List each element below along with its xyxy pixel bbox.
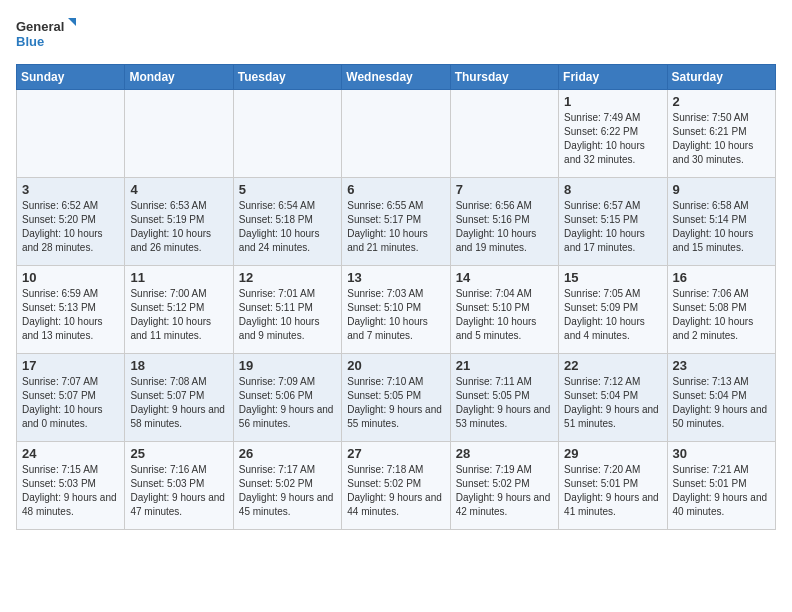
day-number: 4 bbox=[130, 182, 227, 197]
day-info: Sunrise: 7:17 AMSunset: 5:02 PMDaylight:… bbox=[239, 463, 336, 519]
svg-text:Blue: Blue bbox=[16, 34, 44, 49]
day-info: Sunrise: 6:54 AMSunset: 5:18 PMDaylight:… bbox=[239, 199, 336, 255]
calendar-cell: 13Sunrise: 7:03 AMSunset: 5:10 PMDayligh… bbox=[342, 266, 450, 354]
calendar-cell: 7Sunrise: 6:56 AMSunset: 5:16 PMDaylight… bbox=[450, 178, 558, 266]
day-number: 15 bbox=[564, 270, 661, 285]
calendar-cell: 22Sunrise: 7:12 AMSunset: 5:04 PMDayligh… bbox=[559, 354, 667, 442]
day-info: Sunrise: 7:18 AMSunset: 5:02 PMDaylight:… bbox=[347, 463, 444, 519]
svg-text:General: General bbox=[16, 19, 64, 34]
day-number: 3 bbox=[22, 182, 119, 197]
calendar-cell: 18Sunrise: 7:08 AMSunset: 5:07 PMDayligh… bbox=[125, 354, 233, 442]
day-info: Sunrise: 6:55 AMSunset: 5:17 PMDaylight:… bbox=[347, 199, 444, 255]
day-info: Sunrise: 7:19 AMSunset: 5:02 PMDaylight:… bbox=[456, 463, 553, 519]
weekday-header-tuesday: Tuesday bbox=[233, 65, 341, 90]
calendar-cell: 25Sunrise: 7:16 AMSunset: 5:03 PMDayligh… bbox=[125, 442, 233, 530]
day-number: 9 bbox=[673, 182, 770, 197]
calendar-cell: 15Sunrise: 7:05 AMSunset: 5:09 PMDayligh… bbox=[559, 266, 667, 354]
calendar-cell bbox=[450, 90, 558, 178]
day-info: Sunrise: 6:52 AMSunset: 5:20 PMDaylight:… bbox=[22, 199, 119, 255]
day-info: Sunrise: 7:03 AMSunset: 5:10 PMDaylight:… bbox=[347, 287, 444, 343]
calendar-cell: 16Sunrise: 7:06 AMSunset: 5:08 PMDayligh… bbox=[667, 266, 775, 354]
day-info: Sunrise: 7:01 AMSunset: 5:11 PMDaylight:… bbox=[239, 287, 336, 343]
weekday-header-thursday: Thursday bbox=[450, 65, 558, 90]
calendar-cell: 4Sunrise: 6:53 AMSunset: 5:19 PMDaylight… bbox=[125, 178, 233, 266]
day-info: Sunrise: 7:00 AMSunset: 5:12 PMDaylight:… bbox=[130, 287, 227, 343]
day-number: 8 bbox=[564, 182, 661, 197]
logo-icon: General Blue bbox=[16, 16, 76, 52]
calendar-cell: 17Sunrise: 7:07 AMSunset: 5:07 PMDayligh… bbox=[17, 354, 125, 442]
day-number: 26 bbox=[239, 446, 336, 461]
day-info: Sunrise: 7:05 AMSunset: 5:09 PMDaylight:… bbox=[564, 287, 661, 343]
day-number: 16 bbox=[673, 270, 770, 285]
day-number: 20 bbox=[347, 358, 444, 373]
calendar-cell: 20Sunrise: 7:10 AMSunset: 5:05 PMDayligh… bbox=[342, 354, 450, 442]
day-number: 10 bbox=[22, 270, 119, 285]
day-number: 12 bbox=[239, 270, 336, 285]
day-number: 2 bbox=[673, 94, 770, 109]
day-number: 7 bbox=[456, 182, 553, 197]
page-header: General Blue bbox=[16, 16, 776, 52]
calendar-cell: 28Sunrise: 7:19 AMSunset: 5:02 PMDayligh… bbox=[450, 442, 558, 530]
calendar-week-row: 3Sunrise: 6:52 AMSunset: 5:20 PMDaylight… bbox=[17, 178, 776, 266]
day-info: Sunrise: 6:59 AMSunset: 5:13 PMDaylight:… bbox=[22, 287, 119, 343]
day-info: Sunrise: 6:58 AMSunset: 5:14 PMDaylight:… bbox=[673, 199, 770, 255]
calendar-cell: 27Sunrise: 7:18 AMSunset: 5:02 PMDayligh… bbox=[342, 442, 450, 530]
day-number: 25 bbox=[130, 446, 227, 461]
calendar-cell: 29Sunrise: 7:20 AMSunset: 5:01 PMDayligh… bbox=[559, 442, 667, 530]
calendar-cell: 19Sunrise: 7:09 AMSunset: 5:06 PMDayligh… bbox=[233, 354, 341, 442]
day-info: Sunrise: 6:53 AMSunset: 5:19 PMDaylight:… bbox=[130, 199, 227, 255]
calendar-cell: 11Sunrise: 7:00 AMSunset: 5:12 PMDayligh… bbox=[125, 266, 233, 354]
calendar-cell: 3Sunrise: 6:52 AMSunset: 5:20 PMDaylight… bbox=[17, 178, 125, 266]
calendar-cell bbox=[125, 90, 233, 178]
day-number: 22 bbox=[564, 358, 661, 373]
weekday-header-friday: Friday bbox=[559, 65, 667, 90]
day-number: 27 bbox=[347, 446, 444, 461]
day-number: 18 bbox=[130, 358, 227, 373]
calendar-cell: 14Sunrise: 7:04 AMSunset: 5:10 PMDayligh… bbox=[450, 266, 558, 354]
day-info: Sunrise: 7:10 AMSunset: 5:05 PMDaylight:… bbox=[347, 375, 444, 431]
day-number: 19 bbox=[239, 358, 336, 373]
svg-marker-1 bbox=[68, 18, 76, 26]
calendar-cell: 5Sunrise: 6:54 AMSunset: 5:18 PMDaylight… bbox=[233, 178, 341, 266]
day-info: Sunrise: 7:08 AMSunset: 5:07 PMDaylight:… bbox=[130, 375, 227, 431]
calendar-week-row: 10Sunrise: 6:59 AMSunset: 5:13 PMDayligh… bbox=[17, 266, 776, 354]
weekday-header-sunday: Sunday bbox=[17, 65, 125, 90]
day-info: Sunrise: 6:57 AMSunset: 5:15 PMDaylight:… bbox=[564, 199, 661, 255]
day-number: 30 bbox=[673, 446, 770, 461]
day-info: Sunrise: 7:12 AMSunset: 5:04 PMDaylight:… bbox=[564, 375, 661, 431]
day-number: 13 bbox=[347, 270, 444, 285]
calendar-week-row: 17Sunrise: 7:07 AMSunset: 5:07 PMDayligh… bbox=[17, 354, 776, 442]
calendar-cell: 23Sunrise: 7:13 AMSunset: 5:04 PMDayligh… bbox=[667, 354, 775, 442]
day-info: Sunrise: 7:20 AMSunset: 5:01 PMDaylight:… bbox=[564, 463, 661, 519]
calendar-cell: 6Sunrise: 6:55 AMSunset: 5:17 PMDaylight… bbox=[342, 178, 450, 266]
day-info: Sunrise: 7:04 AMSunset: 5:10 PMDaylight:… bbox=[456, 287, 553, 343]
day-info: Sunrise: 7:07 AMSunset: 5:07 PMDaylight:… bbox=[22, 375, 119, 431]
day-number: 17 bbox=[22, 358, 119, 373]
day-number: 5 bbox=[239, 182, 336, 197]
calendar-cell bbox=[233, 90, 341, 178]
calendar-cell: 30Sunrise: 7:21 AMSunset: 5:01 PMDayligh… bbox=[667, 442, 775, 530]
calendar-cell: 2Sunrise: 7:50 AMSunset: 6:21 PMDaylight… bbox=[667, 90, 775, 178]
day-number: 24 bbox=[22, 446, 119, 461]
day-number: 11 bbox=[130, 270, 227, 285]
day-info: Sunrise: 7:21 AMSunset: 5:01 PMDaylight:… bbox=[673, 463, 770, 519]
calendar-cell: 12Sunrise: 7:01 AMSunset: 5:11 PMDayligh… bbox=[233, 266, 341, 354]
calendar-week-row: 1Sunrise: 7:49 AMSunset: 6:22 PMDaylight… bbox=[17, 90, 776, 178]
day-info: Sunrise: 7:15 AMSunset: 5:03 PMDaylight:… bbox=[22, 463, 119, 519]
day-number: 23 bbox=[673, 358, 770, 373]
day-info: Sunrise: 7:49 AMSunset: 6:22 PMDaylight:… bbox=[564, 111, 661, 167]
calendar-week-row: 24Sunrise: 7:15 AMSunset: 5:03 PMDayligh… bbox=[17, 442, 776, 530]
calendar-cell: 26Sunrise: 7:17 AMSunset: 5:02 PMDayligh… bbox=[233, 442, 341, 530]
calendar-cell: 9Sunrise: 6:58 AMSunset: 5:14 PMDaylight… bbox=[667, 178, 775, 266]
calendar-cell: 21Sunrise: 7:11 AMSunset: 5:05 PMDayligh… bbox=[450, 354, 558, 442]
day-info: Sunrise: 7:16 AMSunset: 5:03 PMDaylight:… bbox=[130, 463, 227, 519]
logo: General Blue bbox=[16, 16, 76, 52]
calendar-cell: 1Sunrise: 7:49 AMSunset: 6:22 PMDaylight… bbox=[559, 90, 667, 178]
day-info: Sunrise: 7:11 AMSunset: 5:05 PMDaylight:… bbox=[456, 375, 553, 431]
calendar-cell: 8Sunrise: 6:57 AMSunset: 5:15 PMDaylight… bbox=[559, 178, 667, 266]
day-number: 1 bbox=[564, 94, 661, 109]
day-info: Sunrise: 6:56 AMSunset: 5:16 PMDaylight:… bbox=[456, 199, 553, 255]
weekday-header-saturday: Saturday bbox=[667, 65, 775, 90]
day-info: Sunrise: 7:09 AMSunset: 5:06 PMDaylight:… bbox=[239, 375, 336, 431]
calendar-cell bbox=[17, 90, 125, 178]
